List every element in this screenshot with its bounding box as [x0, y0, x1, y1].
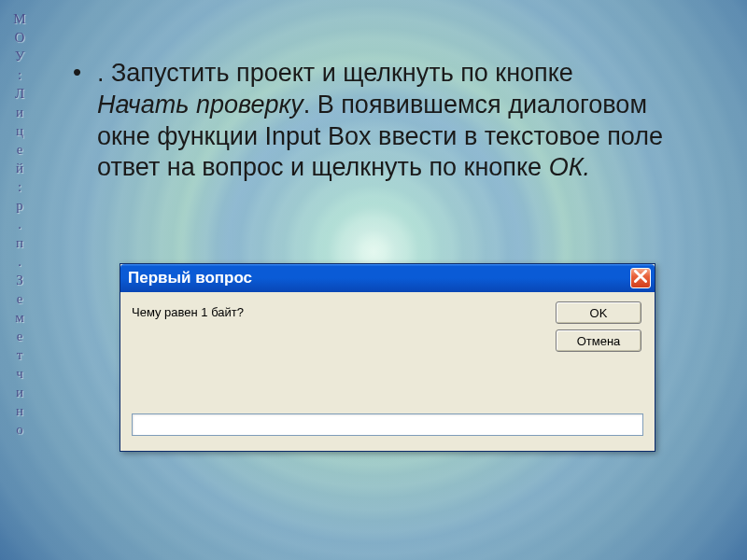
- slide-background: МОУ:Лицей: р.п .Земетчино • . Запустить …: [0, 0, 747, 560]
- dialog-body: Чему равен 1 байт? OK Отмена: [120, 292, 655, 451]
- bullet-em2: ОК.: [549, 153, 590, 181]
- dialog-titlebar[interactable]: Первый вопрос: [120, 264, 655, 292]
- bullet-pre: . Запустить проект и щелкнуть по кнопке: [97, 59, 573, 87]
- dialog-title: Первый вопрос: [128, 269, 630, 287]
- bullet-marker: •: [73, 58, 97, 184]
- cancel-button[interactable]: Отмена: [556, 329, 641, 352]
- bullet-em1: Начать проверку: [97, 91, 303, 119]
- bullet-paragraph: • . Запустить проект и щелкнуть по кнопк…: [73, 58, 670, 184]
- sidebar-vertical-text: МОУ:Лицей: р.п .Земетчино: [6, 9, 34, 439]
- dialog-button-stack: OK Отмена: [556, 301, 641, 352]
- input-box-dialog: Первый вопрос Чему равен 1 байт? OK Отме…: [120, 263, 655, 452]
- answer-input[interactable]: [132, 413, 643, 436]
- close-icon: [634, 270, 647, 287]
- ok-button[interactable]: OK: [556, 301, 641, 324]
- bullet-text: . Запустить проект и щелкнуть по кнопке …: [97, 58, 670, 184]
- close-button[interactable]: [630, 268, 651, 288]
